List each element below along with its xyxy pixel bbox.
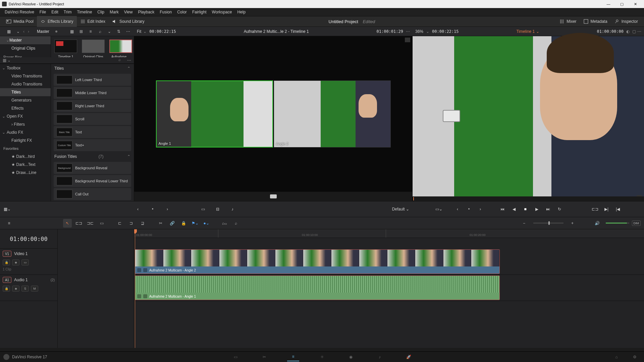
menu-color[interactable]: Color xyxy=(174,10,190,14)
menu-file[interactable]: File xyxy=(37,10,49,14)
v1-lock-icon[interactable]: 🔒 xyxy=(3,259,10,265)
menu-mark[interactable]: Mark xyxy=(107,10,121,14)
page-deliver[interactable]: 🚀 xyxy=(402,353,415,361)
av-icon[interactable]: ⊟ xyxy=(214,205,221,213)
dynamic-trim-icon[interactable]: ⊐⊏ xyxy=(86,219,95,228)
mark-dot-icon[interactable]: • xyxy=(465,205,473,213)
overwrite-clip-icon[interactable]: ⊐ xyxy=(127,219,136,228)
cat-video-trans[interactable]: Video Transitions xyxy=(0,72,51,80)
v1-auto-select-icon[interactable]: ◈ xyxy=(12,259,19,265)
title-text[interactable]: Basic TitleText xyxy=(54,126,131,138)
volume-slider[interactable] xyxy=(606,223,629,224)
title-left-lower-third[interactable]: Left Lower Third xyxy=(54,74,131,86)
prog-options-icon[interactable]: ⋯ xyxy=(637,29,641,34)
page-media[interactable]: ▭ xyxy=(229,353,241,361)
project-settings-icon[interactable]: ⚙ xyxy=(629,353,641,361)
fav-1[interactable]: ★ Dark...hird xyxy=(0,153,51,161)
src-tc-left[interactable]: 00:00:22:15 xyxy=(149,29,176,34)
v1-disable-icon[interactable]: ▭ xyxy=(21,259,29,265)
track-a1[interactable]: Aufnahme 2 Multicam - Angle 1 xyxy=(134,275,644,301)
clip-aufnahme[interactable]: Aufnahme ... xyxy=(109,40,132,57)
search-timeline-icon[interactable]: ⌕▭ xyxy=(220,219,229,228)
page-cut[interactable]: ✂ xyxy=(258,353,270,361)
timeline-view-icon[interactable]: ≡ xyxy=(5,219,13,228)
track-name-v1[interactable]: Video 1 xyxy=(14,251,28,256)
view-thumb-icon[interactable]: ▦ xyxy=(68,28,75,35)
title-right-lower-third[interactable]: Right Lower Third xyxy=(54,100,131,112)
menu-help[interactable]: Help xyxy=(234,10,248,14)
blade-tool-icon[interactable]: ▭ xyxy=(97,219,106,228)
volume-icon[interactable]: 🔊 xyxy=(593,219,602,228)
effects-search-icon[interactable]: ⌕ xyxy=(118,57,124,63)
match-frame-icon[interactable]: ⊏⊐ xyxy=(591,205,599,213)
menu-clip[interactable]: Clip xyxy=(95,10,107,14)
nav-dot-icon[interactable]: • xyxy=(149,205,156,213)
group-fusion-titles[interactable]: Fusion Titles(7)⌃ xyxy=(51,152,134,161)
filter-icon[interactable]: ⇅ xyxy=(115,28,122,35)
fav-2[interactable]: ★ Dark...Text xyxy=(0,161,51,169)
metadata-toggle[interactable]: Metadata xyxy=(580,16,611,27)
fav-3[interactable]: ★ Draw...Line xyxy=(0,169,51,177)
a1-lock-icon[interactable]: 🔒 xyxy=(3,286,10,292)
multicam-angle-2[interactable]: Angle 2 xyxy=(274,80,391,147)
razor-icon[interactable]: ✂ xyxy=(156,219,165,228)
expand-viewer-icon[interactable]: ▢ xyxy=(632,29,636,34)
lock-icon[interactable]: 🔒 xyxy=(179,219,188,228)
insert-clip-icon[interactable]: ⊏ xyxy=(115,219,124,228)
multicam-angle-1[interactable]: Angle 1 xyxy=(156,80,273,147)
program-image[interactable] xyxy=(413,36,644,196)
trim-tool-icon[interactable]: ⊏⊐ xyxy=(74,219,83,228)
track-tag-a1[interactable]: A1 xyxy=(3,277,11,283)
video-only-icon[interactable]: ▭ xyxy=(199,205,207,213)
menu-timeline[interactable]: Timeline xyxy=(74,10,95,14)
cat-fairlightfx[interactable]: Fairlight FX xyxy=(0,136,51,144)
menu-view[interactable]: View xyxy=(121,10,136,14)
cat-titles[interactable]: Titles xyxy=(0,88,51,96)
menu-trim[interactable]: Trim xyxy=(61,10,74,14)
last-frame-icon[interactable]: ⏭ xyxy=(544,205,552,213)
sort-icon[interactable]: ⌄ xyxy=(106,28,113,35)
title-call-out[interactable]: Call Out xyxy=(54,188,131,200)
menu-edit[interactable]: Edit xyxy=(49,10,61,14)
title-bg-reveal[interactable]: BackgroundBackground Reveal xyxy=(54,162,131,174)
multicam-switch-icon[interactable] xyxy=(270,194,277,198)
nav-next-icon[interactable]: › xyxy=(164,205,171,213)
menu-playback[interactable]: Playback xyxy=(135,10,157,14)
first-frame-icon[interactable]: ⏮ xyxy=(499,205,506,213)
step-back-icon[interactable]: ◀ xyxy=(510,205,518,213)
audio-only-icon[interactable]: ♪ xyxy=(229,205,236,213)
menu-workspace[interactable]: Workspace xyxy=(209,10,235,14)
step-fwd-icon[interactable]: ▶ xyxy=(533,205,540,213)
track-tag-v1[interactable]: V1 xyxy=(3,251,11,257)
go-out-icon[interactable]: |◀ xyxy=(614,205,622,213)
edit-index-toggle[interactable]: Edit Index xyxy=(77,16,109,27)
nav-fwd[interactable]: › xyxy=(26,29,31,34)
timeline-ruler[interactable]: 01:00:00:00 01:00:10:00 01:00:20:00 xyxy=(134,229,644,238)
zoom-in-icon[interactable]: + xyxy=(568,219,577,228)
flag-icon[interactable]: ⚑⌄ xyxy=(191,219,199,228)
cat-audiofx[interactable]: Audio FX xyxy=(0,128,51,136)
prev-mark-icon[interactable]: ‹ xyxy=(454,205,461,213)
sound-library-toggle[interactable]: Sound Library xyxy=(109,16,148,27)
clip-original-clips[interactable]: Original Clips xyxy=(82,40,105,57)
marker-icon[interactable]: ●⌄ xyxy=(202,219,211,228)
nav-back[interactable]: ‹ xyxy=(21,29,26,34)
find-icon[interactable]: ⌕ xyxy=(231,219,240,228)
home-icon[interactable]: ⌂ xyxy=(610,353,623,361)
bin-dropdown-icon[interactable]: ⌄ xyxy=(15,28,21,35)
effects-view-icon[interactable]: ▦ ⌄ xyxy=(3,58,11,63)
cat-effects[interactable]: Effects xyxy=(0,104,51,112)
go-end-icon[interactable]: ▶| xyxy=(603,205,610,213)
src-tc-right[interactable]: 01:00:01:29 xyxy=(377,29,403,34)
a1-solo-button[interactable]: S xyxy=(21,286,29,292)
bin-original-clips[interactable]: Original Clips xyxy=(0,44,51,52)
group-titles[interactable]: Titles⌃ xyxy=(51,64,134,73)
mixer-toggle[interactable]: Mixer xyxy=(556,16,580,27)
media-pool-toggle[interactable]: Media Pool xyxy=(3,16,37,27)
view-grid-icon[interactable]: ⊞ xyxy=(78,28,85,35)
cat-filters[interactable]: › Filters xyxy=(0,120,51,128)
timeline-tracks[interactable]: 01:00:00:00 01:00:10:00 01:00:20:00 Aufn… xyxy=(134,229,644,348)
replace-clip-icon[interactable]: ⊒ xyxy=(138,219,147,228)
menu-fusion[interactable]: Fusion xyxy=(157,10,174,14)
inspector-toggle[interactable]: Inspector xyxy=(611,16,641,27)
